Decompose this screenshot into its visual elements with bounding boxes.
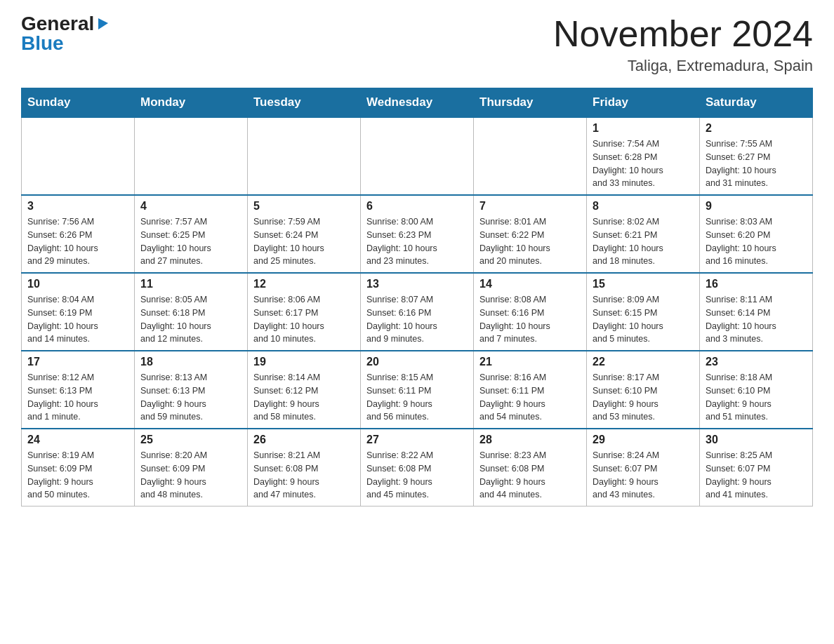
weekday-header-wednesday: Wednesday (361, 88, 474, 118)
day-number: 11 (140, 278, 241, 290)
calendar-cell: 13Sunrise: 8:07 AMSunset: 6:16 PMDayligh… (361, 273, 474, 351)
calendar-subtitle: Taliga, Extremadura, Spain (553, 57, 813, 75)
day-number: 12 (253, 278, 355, 290)
day-number: 13 (366, 278, 468, 290)
calendar-cell: 10Sunrise: 8:04 AMSunset: 6:19 PMDayligh… (22, 273, 135, 351)
week-row-1: 1Sunrise: 7:54 AMSunset: 6:28 PMDaylight… (22, 117, 813, 195)
week-row-5: 24Sunrise: 8:19 AMSunset: 6:09 PMDayligh… (22, 429, 813, 507)
day-info: Sunrise: 8:05 AMSunset: 6:18 PMDaylight:… (140, 293, 241, 346)
day-number: 20 (366, 356, 468, 368)
calendar-cell: 11Sunrise: 8:05 AMSunset: 6:18 PMDayligh… (135, 273, 248, 351)
day-number: 4 (140, 200, 241, 213)
day-number: 10 (27, 278, 128, 290)
day-info: Sunrise: 8:09 AMSunset: 6:15 PMDaylight:… (593, 293, 694, 346)
calendar-cell: 8Sunrise: 8:02 AMSunset: 6:21 PMDaylight… (587, 195, 700, 273)
day-number: 21 (479, 356, 581, 368)
day-number: 28 (479, 434, 581, 446)
calendar-table: SundayMondayTuesdayWednesdayThursdayFrid… (21, 88, 813, 507)
calendar-cell: 3Sunrise: 7:56 AMSunset: 6:26 PMDaylight… (22, 195, 135, 273)
calendar-cell: 28Sunrise: 8:23 AMSunset: 6:08 PMDayligh… (474, 429, 587, 507)
day-info: Sunrise: 8:13 AMSunset: 6:13 PMDaylight:… (140, 371, 241, 424)
day-info: Sunrise: 8:24 AMSunset: 6:07 PMDaylight:… (593, 449, 694, 502)
day-number: 26 (253, 434, 355, 446)
calendar-cell: 12Sunrise: 8:06 AMSunset: 6:17 PMDayligh… (248, 273, 361, 351)
day-info: Sunrise: 8:12 AMSunset: 6:13 PMDaylight:… (27, 371, 128, 424)
day-info: Sunrise: 8:06 AMSunset: 6:17 PMDaylight:… (253, 293, 355, 346)
day-info: Sunrise: 8:16 AMSunset: 6:11 PMDaylight:… (479, 371, 581, 424)
day-info: Sunrise: 8:04 AMSunset: 6:19 PMDaylight:… (27, 293, 128, 346)
weekday-header-thursday: Thursday (474, 88, 587, 118)
day-info: Sunrise: 8:18 AMSunset: 6:10 PMDaylight:… (706, 371, 807, 424)
calendar-cell: 5Sunrise: 7:59 AMSunset: 6:24 PMDaylight… (248, 195, 361, 273)
weekday-header-monday: Monday (135, 88, 248, 118)
logo: General Blue (21, 14, 111, 55)
day-number: 15 (593, 278, 694, 290)
calendar-cell: 18Sunrise: 8:13 AMSunset: 6:13 PMDayligh… (135, 351, 248, 429)
calendar-cell: 6Sunrise: 8:00 AMSunset: 6:23 PMDaylight… (361, 195, 474, 273)
calendar-cell: 20Sunrise: 8:15 AMSunset: 6:11 PMDayligh… (361, 351, 474, 429)
day-number: 17 (27, 356, 128, 368)
weekday-header-tuesday: Tuesday (248, 88, 361, 118)
day-info: Sunrise: 8:25 AMSunset: 6:07 PMDaylight:… (706, 449, 807, 502)
day-info: Sunrise: 7:56 AMSunset: 6:26 PMDaylight:… (27, 215, 128, 268)
calendar-cell: 9Sunrise: 8:03 AMSunset: 6:20 PMDaylight… (700, 195, 813, 273)
svg-marker-0 (98, 18, 108, 29)
day-info: Sunrise: 8:00 AMSunset: 6:23 PMDaylight:… (366, 215, 468, 268)
day-info: Sunrise: 8:23 AMSunset: 6:08 PMDaylight:… (479, 449, 581, 502)
day-info: Sunrise: 8:08 AMSunset: 6:16 PMDaylight:… (479, 293, 581, 346)
day-info: Sunrise: 8:07 AMSunset: 6:16 PMDaylight:… (366, 293, 468, 346)
day-number: 14 (479, 278, 581, 290)
day-info: Sunrise: 8:15 AMSunset: 6:11 PMDaylight:… (366, 371, 468, 424)
day-number: 18 (140, 356, 241, 368)
day-number: 22 (593, 356, 694, 368)
calendar-cell: 24Sunrise: 8:19 AMSunset: 6:09 PMDayligh… (22, 429, 135, 507)
calendar-cell (361, 117, 474, 195)
calendar-cell: 16Sunrise: 8:11 AMSunset: 6:14 PMDayligh… (700, 273, 813, 351)
calendar-cell (474, 117, 587, 195)
day-info: Sunrise: 8:01 AMSunset: 6:22 PMDaylight:… (479, 215, 581, 268)
day-number: 8 (593, 200, 694, 213)
day-info: Sunrise: 8:19 AMSunset: 6:09 PMDaylight:… (27, 449, 128, 502)
weekday-header-sunday: Sunday (22, 88, 135, 118)
calendar-cell: 23Sunrise: 8:18 AMSunset: 6:10 PMDayligh… (700, 351, 813, 429)
day-info: Sunrise: 8:20 AMSunset: 6:09 PMDaylight:… (140, 449, 241, 502)
day-number: 16 (706, 278, 807, 290)
calendar-cell (135, 117, 248, 195)
day-info: Sunrise: 8:02 AMSunset: 6:21 PMDaylight:… (593, 215, 694, 268)
day-number: 7 (479, 200, 581, 213)
day-number: 5 (253, 200, 355, 213)
calendar-cell: 17Sunrise: 8:12 AMSunset: 6:13 PMDayligh… (22, 351, 135, 429)
calendar-cell: 21Sunrise: 8:16 AMSunset: 6:11 PMDayligh… (474, 351, 587, 429)
calendar-cell: 29Sunrise: 8:24 AMSunset: 6:07 PMDayligh… (587, 429, 700, 507)
calendar-cell: 7Sunrise: 8:01 AMSunset: 6:22 PMDaylight… (474, 195, 587, 273)
calendar-cell: 30Sunrise: 8:25 AMSunset: 6:07 PMDayligh… (700, 429, 813, 507)
title-area: November 2024 Taliga, Extremadura, Spain (553, 14, 813, 75)
day-number: 25 (140, 434, 241, 446)
weekday-header-row: SundayMondayTuesdayWednesdayThursdayFrid… (22, 88, 813, 118)
calendar-cell (248, 117, 361, 195)
calendar-title: November 2024 (553, 14, 813, 54)
day-info: Sunrise: 8:22 AMSunset: 6:08 PMDaylight:… (366, 449, 468, 502)
calendar-cell: 15Sunrise: 8:09 AMSunset: 6:15 PMDayligh… (587, 273, 700, 351)
day-number: 3 (27, 200, 128, 213)
day-info: Sunrise: 8:14 AMSunset: 6:12 PMDaylight:… (253, 371, 355, 424)
day-number: 30 (706, 434, 807, 446)
day-info: Sunrise: 7:55 AMSunset: 6:27 PMDaylight:… (706, 137, 807, 190)
day-number: 1 (593, 122, 694, 135)
weekday-header-saturday: Saturday (700, 88, 813, 118)
day-number: 23 (706, 356, 807, 368)
calendar-cell: 2Sunrise: 7:55 AMSunset: 6:27 PMDaylight… (700, 117, 813, 195)
day-info: Sunrise: 8:21 AMSunset: 6:08 PMDaylight:… (253, 449, 355, 502)
calendar-cell: 25Sunrise: 8:20 AMSunset: 6:09 PMDayligh… (135, 429, 248, 507)
calendar-cell: 26Sunrise: 8:21 AMSunset: 6:08 PMDayligh… (248, 429, 361, 507)
week-row-2: 3Sunrise: 7:56 AMSunset: 6:26 PMDaylight… (22, 195, 813, 273)
calendar-cell: 27Sunrise: 8:22 AMSunset: 6:08 PMDayligh… (361, 429, 474, 507)
week-row-3: 10Sunrise: 8:04 AMSunset: 6:19 PMDayligh… (22, 273, 813, 351)
week-row-4: 17Sunrise: 8:12 AMSunset: 6:13 PMDayligh… (22, 351, 813, 429)
page-header: General Blue November 2024 Taliga, Extre… (21, 14, 813, 75)
day-info: Sunrise: 7:59 AMSunset: 6:24 PMDaylight:… (253, 215, 355, 268)
day-info: Sunrise: 8:17 AMSunset: 6:10 PMDaylight:… (593, 371, 694, 424)
weekday-header-friday: Friday (587, 88, 700, 118)
day-number: 9 (706, 200, 807, 213)
logo-triangle-icon (95, 15, 111, 31)
